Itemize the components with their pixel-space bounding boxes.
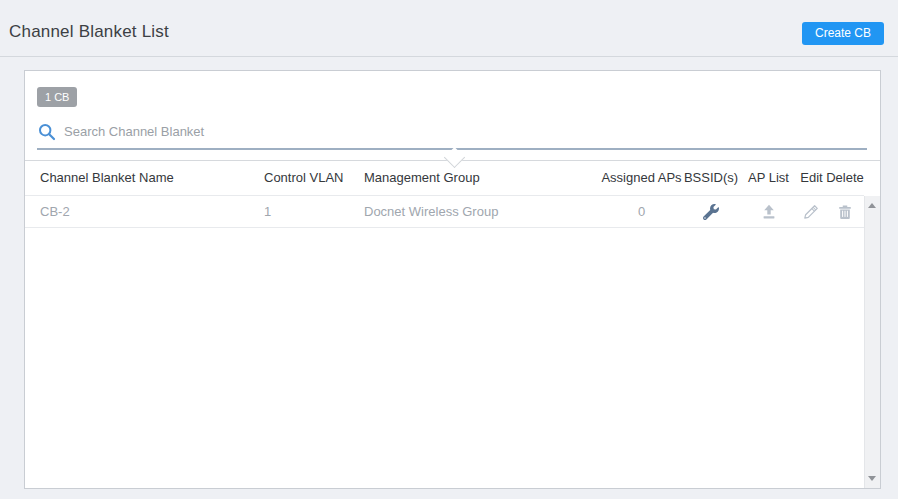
delete-button[interactable] xyxy=(834,201,856,223)
cell-channel-blanket-name: CB-2 xyxy=(25,204,264,219)
column-header-bssid: BSSID(s) xyxy=(682,170,740,185)
scroll-down-icon[interactable] xyxy=(868,476,876,481)
cb-count-badge: 1 CB xyxy=(37,87,77,107)
trash-icon xyxy=(837,204,853,220)
channel-blanket-panel: 1 CB Channel Blanket Name Control VLAN M… xyxy=(24,70,881,489)
cell-management-group: Docnet Wireless Group xyxy=(364,204,601,219)
pencil-icon xyxy=(803,203,820,220)
cell-control-vlan: 1 xyxy=(264,204,364,219)
table-row: CB-2 1 Docnet Wireless Group 0 xyxy=(25,196,864,228)
column-header-assigned-aps: Assigned APs xyxy=(601,170,682,185)
scroll-up-icon[interactable] xyxy=(868,203,876,208)
edit-button[interactable] xyxy=(801,201,823,223)
column-header-ap-list: AP List xyxy=(740,170,797,185)
ap-list-button[interactable] xyxy=(758,201,780,223)
column-header-edit: Edit xyxy=(797,170,826,185)
wrench-icon xyxy=(703,204,719,220)
column-header-name: Channel Blanket Name xyxy=(25,170,264,185)
bssid-button[interactable] xyxy=(700,201,722,223)
column-header-management-group: Management Group xyxy=(364,170,601,185)
table-header-row: Channel Blanket Name Control VLAN Manage… xyxy=(25,160,864,196)
page-title: Channel Blanket List xyxy=(9,22,169,42)
create-cb-button[interactable]: Create CB xyxy=(802,22,884,45)
upload-icon xyxy=(761,204,777,220)
title-divider xyxy=(0,56,898,57)
column-header-delete: Delete xyxy=(826,170,864,185)
column-header-control-vlan: Control VLAN xyxy=(264,170,364,185)
search-input[interactable] xyxy=(64,120,494,142)
search-icon xyxy=(38,123,56,145)
cell-assigned-aps: 0 xyxy=(601,204,682,219)
table-scrollbar[interactable] xyxy=(864,196,880,488)
